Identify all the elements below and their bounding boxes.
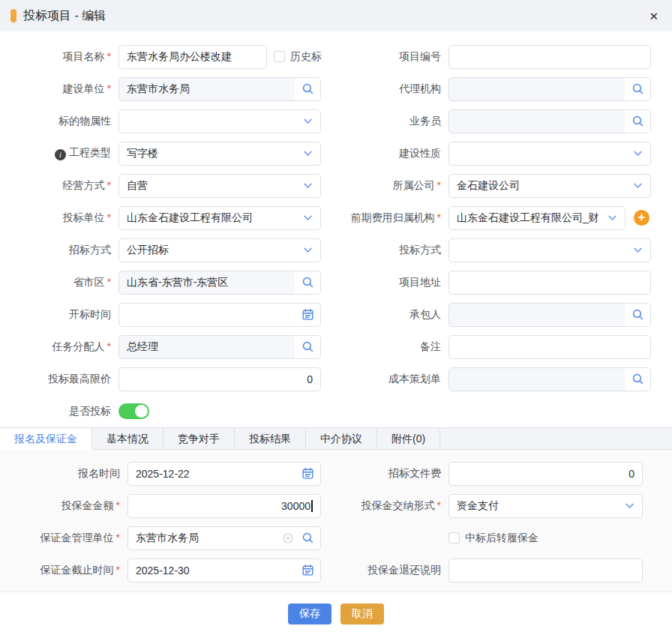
transfer-bond-checkbox[interactable] xyxy=(448,532,460,544)
project-name-input[interactable] xyxy=(119,46,266,68)
required-mark: * xyxy=(107,276,111,288)
form-left-column: 项目名称* 历史标 建设单位* 东营市水务局 标的物属性 xyxy=(0,40,336,427)
required-mark: * xyxy=(116,532,120,544)
is-bidding-toggle[interactable] xyxy=(118,403,149,419)
field-deposit-refund-note: 投保金退还说明 xyxy=(336,554,672,586)
search-icon[interactable] xyxy=(295,271,320,294)
text-caret xyxy=(311,500,313,512)
operation-mode-select[interactable]: 自营 xyxy=(118,174,321,198)
field-deposit-amount: 投保金金额* 30000 xyxy=(0,490,336,522)
construction-unit-picker[interactable]: 东营市水务局 xyxy=(118,77,321,101)
search-icon[interactable] xyxy=(295,527,320,550)
calendar-icon xyxy=(295,463,320,485)
field-pre-cost-org: 前期费用归属机构* 山东金石建设工程有限公司_财务 + xyxy=(336,202,672,234)
registration-time-datepicker[interactable]: 2025-12-22 xyxy=(128,462,321,486)
field-deposit-pay-form: 投保金交纳形式* 资金支付 xyxy=(336,490,672,522)
remark-input[interactable] xyxy=(449,336,650,358)
task-assignee-label: 任务分配人 xyxy=(52,340,105,352)
bid-method-select[interactable] xyxy=(448,238,651,262)
project-address-input[interactable] xyxy=(449,271,650,294)
accent-bar xyxy=(10,9,16,22)
tender-doc-fee-input-wrap: 0 xyxy=(448,462,643,486)
pre-cost-org-select[interactable]: 山东金石建设工程有限公司_财务 xyxy=(448,206,626,230)
search-icon[interactable] xyxy=(295,336,320,358)
dialog-title: 投标项目 - 编辑 xyxy=(23,8,106,24)
field-parent-company: 所属公司* 金石建设公司 xyxy=(336,169,672,202)
province-city-picker[interactable]: 山东省-东营市-东营区 xyxy=(118,271,321,295)
search-icon[interactable] xyxy=(625,304,650,326)
contractor-picker[interactable] xyxy=(448,303,651,327)
bid-opening-time-datepicker[interactable] xyxy=(118,303,321,327)
chevron-down-icon xyxy=(295,175,320,197)
project-type-select[interactable]: 写字楼 xyxy=(118,142,321,166)
field-task-assignee: 任务分配人* 总经理 xyxy=(0,331,336,363)
tab-basic-info[interactable]: 基本情况 xyxy=(92,428,164,449)
tender-method-value: 公开招标 xyxy=(119,244,295,257)
deposit-pay-form-select[interactable]: 资金支付 xyxy=(448,494,643,518)
tender-method-label: 招标方式 xyxy=(69,244,111,256)
deposit-amount-input[interactable]: 30000 xyxy=(128,500,320,512)
cancel-button[interactable]: 取消 xyxy=(340,604,384,625)
project-code-label: 项目编号 xyxy=(399,50,441,62)
field-deposit-deadline: 保证金截止时间* 2025-12-30 xyxy=(0,554,336,586)
tab-attachments[interactable]: 附件(0) xyxy=(377,428,440,449)
tab-agency-agreement[interactable]: 中介协议 xyxy=(306,428,377,449)
cost-plan-picker[interactable] xyxy=(448,367,651,391)
construction-nature-label: 建设性质 xyxy=(399,147,441,159)
province-city-value: 山东省-东营市-东营区 xyxy=(119,276,295,289)
search-icon[interactable] xyxy=(295,78,320,100)
deposit-pay-form-value: 资金支付 xyxy=(449,499,616,513)
tab-competitors[interactable]: 竞争对手 xyxy=(164,428,235,449)
bidding-unit-value: 山东金石建设工程有限公司 xyxy=(119,211,295,225)
field-transfer-to-performance-bond: 中标后转履保金 xyxy=(336,522,672,554)
tab-registration-deposit[interactable]: 报名及保证金 xyxy=(0,428,92,450)
chevron-down-icon xyxy=(295,110,320,133)
calendar-icon xyxy=(295,304,320,326)
deposit-refund-note-label: 投保金退还说明 xyxy=(368,564,441,576)
chevron-down-icon xyxy=(599,207,625,229)
search-icon[interactable] xyxy=(625,368,650,391)
tender-method-select[interactable]: 公开招标 xyxy=(118,238,321,262)
close-icon[interactable]: ✕ xyxy=(649,10,658,22)
deposit-manage-unit-value: 东营市水务局 xyxy=(128,532,283,545)
clear-icon[interactable] xyxy=(283,533,293,544)
panel-right-column: 招标文件费 0 投保金交纳形式* 资金支付 中标后转履保金 xyxy=(336,457,672,592)
chevron-down-icon xyxy=(616,495,642,517)
agency-label: 代理机构 xyxy=(399,82,441,94)
add-org-button[interactable]: + xyxy=(634,210,650,226)
search-icon[interactable] xyxy=(625,110,650,133)
salesman-picker[interactable] xyxy=(448,109,651,133)
chevron-down-icon xyxy=(295,142,320,165)
deposit-deadline-datepicker[interactable]: 2025-12-30 xyxy=(128,559,321,583)
project-address-input-wrap xyxy=(448,271,651,295)
required-mark: * xyxy=(107,340,111,352)
construction-nature-select[interactable] xyxy=(448,142,651,166)
tender-doc-fee-input[interactable]: 0 xyxy=(449,468,642,480)
bidding-unit-select[interactable]: 山东金石建设工程有限公司 xyxy=(118,206,321,230)
chevron-down-icon xyxy=(295,239,320,262)
max-bid-price-input-wrap: 0 xyxy=(118,367,321,391)
subject-attribute-select[interactable] xyxy=(118,109,321,133)
search-icon[interactable] xyxy=(625,78,650,100)
task-assignee-picker[interactable]: 总经理 xyxy=(118,335,321,359)
max-bid-price-input[interactable]: 0 xyxy=(119,373,320,385)
field-bid-opening-time: 开标时间 xyxy=(0,298,336,331)
history-bid-checkbox[interactable] xyxy=(274,51,285,62)
province-city-label: 省市区 xyxy=(74,276,105,288)
agency-picker[interactable] xyxy=(448,77,651,101)
project-code-input[interactable] xyxy=(449,46,650,68)
deposit-pay-form-label: 投保金交纳形式 xyxy=(362,499,435,511)
parent-company-select[interactable]: 金石建设公司 xyxy=(448,174,651,198)
parent-company-value: 金石建设公司 xyxy=(449,179,625,193)
tab-bid-result[interactable]: 投标结果 xyxy=(235,428,306,449)
parent-company-label: 所属公司 xyxy=(393,179,435,191)
deposit-deadline-label: 保证金截止时间 xyxy=(40,564,114,576)
chevron-down-icon xyxy=(625,142,650,165)
save-button[interactable]: 保存 xyxy=(288,604,332,625)
deposit-manage-unit-picker[interactable]: 东营市水务局 xyxy=(128,526,321,550)
calendar-icon xyxy=(295,559,320,582)
bidding-unit-label: 投标单位 xyxy=(63,211,105,223)
construction-unit-value: 东营市水务局 xyxy=(119,82,295,96)
deposit-refund-note-input[interactable] xyxy=(449,559,642,582)
info-icon[interactable]: i xyxy=(55,149,66,160)
